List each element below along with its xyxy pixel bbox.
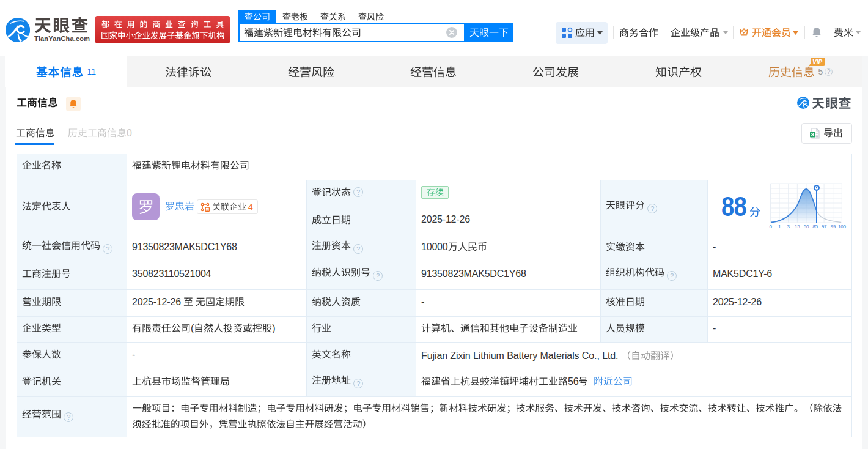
svg-text:50: 50 (804, 224, 809, 229)
svg-text:0: 0 (769, 224, 772, 229)
svg-text:15: 15 (795, 224, 800, 229)
svg-text:VIP: VIP (812, 59, 822, 65)
svg-text:1: 1 (778, 224, 781, 229)
svg-text:100: 100 (838, 224, 846, 229)
svg-text:85: 85 (812, 224, 818, 229)
svg-text:99: 99 (830, 224, 836, 229)
svg-text:97: 97 (822, 224, 827, 229)
svg-text:3: 3 (787, 224, 790, 229)
